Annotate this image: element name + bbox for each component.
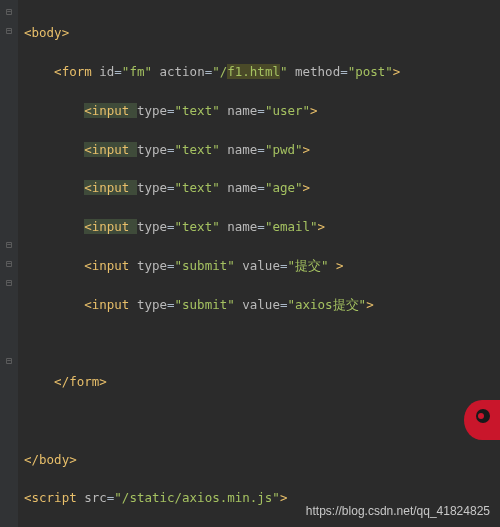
csdn-logo-icon bbox=[464, 400, 500, 440]
code-line bbox=[24, 333, 400, 352]
code-line: <input type="text" name="pwd"> bbox=[24, 140, 400, 159]
code-line: <input type="submit" value="提交" > bbox=[24, 256, 400, 275]
code-line: <form id="fm" action="/f1.html" method="… bbox=[24, 62, 400, 81]
fold-icon[interactable]: ⊟ bbox=[0, 4, 18, 23]
fold-icon[interactable]: ⊟ bbox=[0, 353, 18, 372]
fold-icon[interactable]: ⊟ bbox=[0, 256, 18, 275]
code-line: <input type="text" name="age"> bbox=[24, 178, 400, 197]
code-line: </form> bbox=[24, 372, 400, 391]
code-line bbox=[24, 411, 400, 430]
code-line: <input type="text" name="email"> bbox=[24, 217, 400, 236]
code-line: </body> bbox=[24, 450, 400, 469]
watermark-url: https://blog.csdn.net/qq_41824825 bbox=[306, 502, 490, 521]
fold-icon[interactable]: ⊟ bbox=[0, 237, 18, 256]
code-line: <input type="submit" value="axios提交"> bbox=[24, 295, 400, 314]
fold-icon[interactable]: ⊟ bbox=[0, 23, 18, 42]
code-line: <input type="text" name="user"> bbox=[24, 101, 400, 120]
fold-gutter: ⊟ ⊟ ⊟ ⊟ ⊟ ⊟ bbox=[0, 0, 18, 527]
code-editor[interactable]: ⊟ ⊟ ⊟ ⊟ ⊟ ⊟ <body> <form id="fm" action=… bbox=[0, 0, 500, 527]
code-area[interactable]: <body> <form id="fm" action="/f1.html" m… bbox=[18, 0, 400, 527]
fold-icon[interactable]: ⊟ bbox=[0, 275, 18, 294]
code-line: <body> bbox=[24, 23, 400, 42]
